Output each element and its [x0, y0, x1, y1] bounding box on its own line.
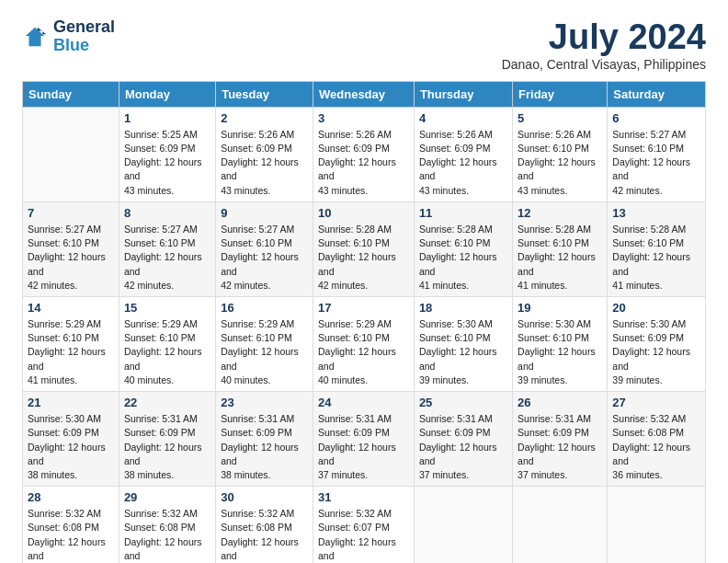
day-number: 13	[612, 206, 700, 220]
svg-marker-1	[26, 28, 45, 47]
cell-info: Sunrise: 5:31 AMSunset: 6:09 PMDaylight:…	[518, 412, 602, 482]
calendar-cell	[23, 107, 119, 201]
calendar-cell: 19Sunrise: 5:30 AMSunset: 6:10 PMDayligh…	[513, 296, 608, 391]
cell-info: Sunrise: 5:27 AMSunset: 6:10 PMDaylight:…	[124, 223, 210, 293]
calendar-cell	[414, 487, 512, 563]
calendar-cell: 7Sunrise: 5:27 AMSunset: 6:10 PMDaylight…	[23, 201, 119, 296]
cell-info: Sunrise: 5:29 AMSunset: 6:10 PMDaylight:…	[221, 317, 308, 387]
day-number: 29	[124, 490, 210, 504]
cell-info: Sunrise: 5:26 AMSunset: 6:09 PMDaylight:…	[419, 128, 507, 198]
day-number: 1	[124, 111, 210, 125]
calendar-cell: 17Sunrise: 5:29 AMSunset: 6:10 PMDayligh…	[313, 296, 415, 391]
day-number: 22	[124, 396, 210, 409]
weekday-header-friday: Friday	[513, 81, 608, 107]
cell-info: Sunrise: 5:31 AMSunset: 6:09 PMDaylight:…	[221, 412, 308, 482]
cell-info: Sunrise: 5:26 AMSunset: 6:09 PMDaylight:…	[318, 128, 409, 198]
cell-info: Sunrise: 5:30 AMSunset: 6:09 PMDaylight:…	[612, 317, 700, 387]
calendar-cell: 22Sunrise: 5:31 AMSunset: 6:09 PMDayligh…	[119, 392, 215, 487]
calendar-cell: 14Sunrise: 5:29 AMSunset: 6:10 PMDayligh…	[23, 296, 119, 391]
calendar-cell: 25Sunrise: 5:31 AMSunset: 6:09 PMDayligh…	[414, 392, 512, 487]
cell-info: Sunrise: 5:26 AMSunset: 6:10 PMDaylight:…	[518, 128, 602, 198]
subtitle: Danao, Central Visayas, Philippines	[502, 57, 706, 72]
logo: General Blue	[22, 18, 115, 55]
calendar-cell: 12Sunrise: 5:28 AMSunset: 6:10 PMDayligh…	[513, 201, 608, 296]
calendar-cell: 31Sunrise: 5:32 AMSunset: 6:07 PMDayligh…	[313, 487, 415, 563]
cell-info: Sunrise: 5:28 AMSunset: 6:10 PMDaylight:…	[419, 223, 507, 293]
calendar-table: SundayMondayTuesdayWednesdayThursdayFrid…	[22, 81, 706, 563]
day-number: 9	[221, 206, 308, 220]
calendar-cell	[608, 487, 706, 563]
cell-info: Sunrise: 5:29 AMSunset: 6:10 PMDaylight:…	[318, 317, 409, 387]
cell-info: Sunrise: 5:25 AMSunset: 6:09 PMDaylight:…	[124, 128, 210, 198]
cell-info: Sunrise: 5:32 AMSunset: 6:08 PMDaylight:…	[28, 507, 114, 563]
calendar-cell: 6Sunrise: 5:27 AMSunset: 6:10 PMDaylight…	[608, 107, 706, 201]
calendar-cell: 20Sunrise: 5:30 AMSunset: 6:09 PMDayligh…	[608, 296, 706, 391]
cell-info: Sunrise: 5:28 AMSunset: 6:10 PMDaylight:…	[518, 223, 602, 293]
calendar-cell: 5Sunrise: 5:26 AMSunset: 6:10 PMDaylight…	[513, 107, 608, 201]
calendar-cell	[513, 487, 608, 563]
calendar-cell: 8Sunrise: 5:27 AMSunset: 6:10 PMDaylight…	[119, 201, 215, 296]
calendar-cell: 23Sunrise: 5:31 AMSunset: 6:09 PMDayligh…	[216, 392, 313, 487]
day-number: 16	[221, 301, 308, 315]
calendar-cell: 28Sunrise: 5:32 AMSunset: 6:08 PMDayligh…	[23, 487, 119, 563]
logo-icon	[22, 24, 48, 50]
weekday-header-wednesday: Wednesday	[313, 81, 415, 107]
calendar-cell: 16Sunrise: 5:29 AMSunset: 6:10 PMDayligh…	[216, 296, 313, 391]
week-row-3: 14Sunrise: 5:29 AMSunset: 6:10 PMDayligh…	[23, 296, 706, 391]
weekday-header-sunday: Sunday	[23, 81, 119, 107]
day-number: 19	[518, 301, 602, 315]
cell-info: Sunrise: 5:30 AMSunset: 6:10 PMDaylight:…	[518, 317, 602, 387]
cell-info: Sunrise: 5:32 AMSunset: 6:07 PMDaylight:…	[318, 507, 409, 563]
week-row-5: 28Sunrise: 5:32 AMSunset: 6:08 PMDayligh…	[23, 487, 706, 563]
calendar-cell: 2Sunrise: 5:26 AMSunset: 6:09 PMDaylight…	[216, 107, 313, 201]
cell-info: Sunrise: 5:30 AMSunset: 6:10 PMDaylight:…	[419, 317, 507, 387]
weekday-header-monday: Monday	[119, 81, 215, 107]
day-number: 20	[612, 301, 700, 315]
cell-info: Sunrise: 5:29 AMSunset: 6:10 PMDaylight:…	[28, 317, 114, 387]
cell-info: Sunrise: 5:30 AMSunset: 6:09 PMDaylight:…	[28, 412, 114, 482]
cell-info: Sunrise: 5:28 AMSunset: 6:10 PMDaylight:…	[612, 223, 700, 293]
calendar-cell: 4Sunrise: 5:26 AMSunset: 6:09 PMDaylight…	[414, 107, 512, 201]
cell-info: Sunrise: 5:31 AMSunset: 6:09 PMDaylight:…	[124, 412, 210, 482]
day-number: 6	[612, 111, 700, 125]
cell-info: Sunrise: 5:32 AMSunset: 6:08 PMDaylight:…	[124, 507, 210, 563]
logo-text: General Blue	[53, 18, 115, 55]
day-number: 28	[28, 490, 114, 504]
day-number: 2	[221, 111, 308, 125]
weekday-header-thursday: Thursday	[414, 81, 512, 107]
calendar-cell: 30Sunrise: 5:32 AMSunset: 6:08 PMDayligh…	[216, 487, 313, 563]
day-number: 8	[124, 206, 210, 220]
cell-info: Sunrise: 5:27 AMSunset: 6:10 PMDaylight:…	[612, 128, 700, 198]
weekday-header-tuesday: Tuesday	[216, 81, 313, 107]
day-number: 5	[518, 111, 602, 125]
title-block: July 2024 Danao, Central Visayas, Philip…	[502, 18, 706, 72]
weekday-header-saturday: Saturday	[608, 81, 706, 107]
day-number: 25	[419, 396, 507, 409]
cell-info: Sunrise: 5:29 AMSunset: 6:10 PMDaylight:…	[124, 317, 210, 387]
calendar-cell: 13Sunrise: 5:28 AMSunset: 6:10 PMDayligh…	[608, 201, 706, 296]
day-number: 26	[518, 396, 602, 409]
cell-info: Sunrise: 5:32 AMSunset: 6:08 PMDaylight:…	[612, 412, 700, 482]
day-number: 4	[419, 111, 507, 125]
day-number: 11	[419, 206, 507, 220]
day-number: 18	[419, 301, 507, 315]
week-row-1: 1Sunrise: 5:25 AMSunset: 6:09 PMDaylight…	[23, 107, 706, 201]
calendar-cell: 1Sunrise: 5:25 AMSunset: 6:09 PMDaylight…	[119, 107, 215, 201]
calendar-cell: 3Sunrise: 5:26 AMSunset: 6:09 PMDaylight…	[313, 107, 415, 201]
page-header: General Blue July 2024 Danao, Central Vi…	[22, 18, 706, 72]
calendar-cell: 9Sunrise: 5:27 AMSunset: 6:10 PMDaylight…	[216, 201, 313, 296]
day-number: 21	[28, 396, 114, 409]
day-number: 14	[28, 301, 114, 315]
calendar-cell: 24Sunrise: 5:31 AMSunset: 6:09 PMDayligh…	[313, 392, 415, 487]
calendar-cell: 11Sunrise: 5:28 AMSunset: 6:10 PMDayligh…	[414, 201, 512, 296]
cell-info: Sunrise: 5:28 AMSunset: 6:10 PMDaylight:…	[318, 223, 409, 293]
day-number: 7	[28, 206, 114, 220]
calendar-cell: 15Sunrise: 5:29 AMSunset: 6:10 PMDayligh…	[119, 296, 215, 391]
main-title: July 2024	[502, 18, 706, 57]
day-number: 15	[124, 301, 210, 315]
cell-info: Sunrise: 5:26 AMSunset: 6:09 PMDaylight:…	[221, 128, 308, 198]
calendar-cell: 26Sunrise: 5:31 AMSunset: 6:09 PMDayligh…	[513, 392, 608, 487]
calendar-cell: 27Sunrise: 5:32 AMSunset: 6:08 PMDayligh…	[608, 392, 706, 487]
day-number: 12	[518, 206, 602, 220]
calendar-cell: 10Sunrise: 5:28 AMSunset: 6:10 PMDayligh…	[313, 201, 415, 296]
